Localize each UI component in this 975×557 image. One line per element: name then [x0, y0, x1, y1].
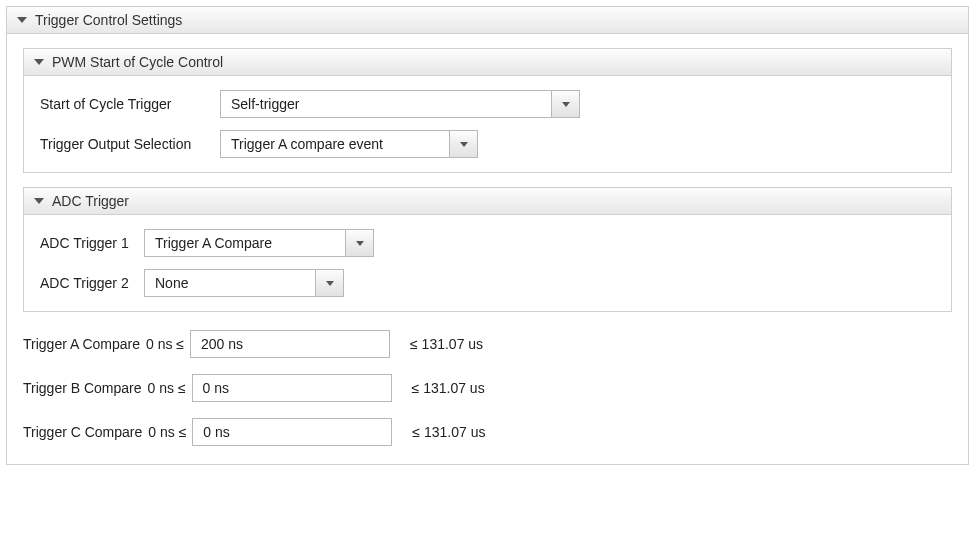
- trigger-output-selection-label: Trigger Output Selection: [40, 136, 220, 152]
- subpanel-title: PWM Start of Cycle Control: [52, 54, 223, 70]
- trigger-b-compare-label: Trigger B Compare: [23, 380, 142, 396]
- chevron-down-icon: [356, 241, 364, 246]
- trigger-control-settings-header[interactable]: Trigger Control Settings: [7, 7, 968, 34]
- dropdown-button[interactable]: [345, 230, 373, 256]
- adc-trigger-1-row: ADC Trigger 1 Trigger A Compare: [40, 229, 935, 257]
- adc-trigger-1-dropdown[interactable]: Trigger A Compare: [144, 229, 374, 257]
- dropdown-button[interactable]: [551, 91, 579, 117]
- adc-trigger-1-label: ADC Trigger 1: [40, 235, 144, 251]
- start-of-cycle-trigger-label: Start of Cycle Trigger: [40, 96, 220, 112]
- dropdown-value: Trigger A compare event: [221, 131, 449, 157]
- pwm-start-of-cycle-header[interactable]: PWM Start of Cycle Control: [24, 49, 951, 76]
- pwm-body: Start of Cycle Trigger Self-trigger Trig…: [24, 76, 951, 172]
- trigger-a-compare-min: 0 ns ≤: [146, 336, 184, 352]
- dropdown-value: Self-trigger: [221, 91, 551, 117]
- adc-trigger-2-row: ADC Trigger 2 None: [40, 269, 935, 297]
- trigger-control-settings-panel: Trigger Control Settings PWM Start of Cy…: [6, 6, 969, 465]
- adc-body: ADC Trigger 1 Trigger A Compare ADC Trig…: [24, 215, 951, 311]
- dropdown-value: None: [145, 270, 315, 296]
- adc-trigger-2-dropdown[interactable]: None: [144, 269, 344, 297]
- dropdown-button[interactable]: [315, 270, 343, 296]
- trigger-a-compare-max: ≤ 131.07 us: [410, 336, 483, 352]
- trigger-c-compare-label: Trigger C Compare: [23, 424, 142, 440]
- trigger-c-compare-input[interactable]: [192, 418, 392, 446]
- dropdown-value: Trigger A Compare: [145, 230, 345, 256]
- trigger-c-compare-min: 0 ns ≤: [148, 424, 186, 440]
- trigger-control-settings-body: PWM Start of Cycle Control Start of Cycl…: [7, 34, 968, 464]
- start-of-cycle-trigger-row: Start of Cycle Trigger Self-trigger: [40, 90, 935, 118]
- panel-title: Trigger Control Settings: [35, 12, 182, 28]
- trigger-c-compare-row: Trigger C Compare 0 ns ≤ ≤ 131.07 us: [23, 418, 952, 446]
- trigger-output-selection-dropdown[interactable]: Trigger A compare event: [220, 130, 478, 158]
- trigger-a-compare-label: Trigger A Compare: [23, 336, 140, 352]
- adc-trigger-panel: ADC Trigger ADC Trigger 1 Trigger A Comp…: [23, 187, 952, 312]
- trigger-output-selection-row: Trigger Output Selection Trigger A compa…: [40, 130, 935, 158]
- trigger-b-compare-input[interactable]: [192, 374, 392, 402]
- trigger-a-compare-row: Trigger A Compare 0 ns ≤ ≤ 131.07 us: [23, 330, 952, 358]
- trigger-a-compare-input[interactable]: [190, 330, 390, 358]
- adc-trigger-2-label: ADC Trigger 2: [40, 275, 144, 291]
- subpanel-title: ADC Trigger: [52, 193, 129, 209]
- chevron-down-icon: [460, 142, 468, 147]
- adc-trigger-header[interactable]: ADC Trigger: [24, 188, 951, 215]
- chevron-down-icon: [326, 281, 334, 286]
- pwm-start-of-cycle-panel: PWM Start of Cycle Control Start of Cycl…: [23, 48, 952, 173]
- start-of-cycle-trigger-dropdown[interactable]: Self-trigger: [220, 90, 580, 118]
- trigger-b-compare-row: Trigger B Compare 0 ns ≤ ≤ 131.07 us: [23, 374, 952, 402]
- chevron-down-icon: [562, 102, 570, 107]
- trigger-b-compare-min: 0 ns ≤: [148, 380, 186, 396]
- disclosure-triangle-icon: [34, 198, 44, 204]
- disclosure-triangle-icon: [17, 17, 27, 23]
- dropdown-button[interactable]: [449, 131, 477, 157]
- trigger-compare-section: Trigger A Compare 0 ns ≤ ≤ 131.07 us Tri…: [23, 326, 952, 446]
- trigger-b-compare-max: ≤ 131.07 us: [412, 380, 485, 396]
- trigger-c-compare-max: ≤ 131.07 us: [412, 424, 485, 440]
- disclosure-triangle-icon: [34, 59, 44, 65]
